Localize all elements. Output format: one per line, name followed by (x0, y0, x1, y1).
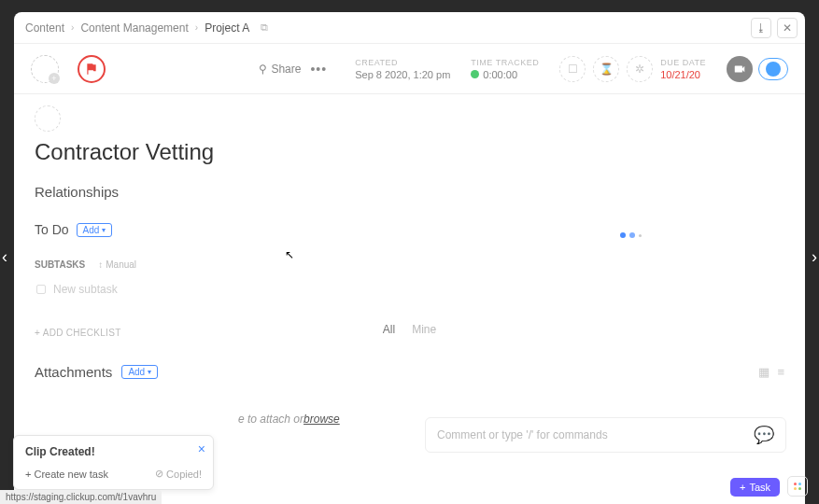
loading-indicator (620, 232, 642, 238)
share-icon: ⚲ (259, 63, 267, 76)
open-external-icon[interactable]: ⧉ (257, 21, 272, 35)
crumb-root[interactable]: Content (21, 20, 68, 36)
time-tracked-value: 0:00:00 (483, 69, 517, 80)
link-icon: ⊘ (155, 468, 163, 480)
new-subtask-placeholder: New subtask (53, 283, 118, 296)
toast-title: Clip Created! (25, 445, 202, 458)
list-view-icon[interactable]: ≡ (777, 365, 784, 379)
chevron-right-icon: › (68, 22, 77, 33)
cursor-icon: ↖ (285, 248, 294, 261)
new-task-label: Task (749, 482, 770, 493)
crumb-leaf[interactable]: Project A (201, 20, 253, 36)
time-tracked-label: TIME TRACKED (471, 58, 539, 67)
more-menu[interactable]: ••• (310, 62, 327, 77)
clip-toast: × Clip Created! + Create new task ⊘ Copi… (13, 435, 214, 490)
sort-icon: ↕ (98, 259, 103, 270)
add-status-button[interactable]: Add (77, 223, 113, 237)
play-icon[interactable] (471, 70, 479, 78)
created-label: CREATED (355, 58, 450, 67)
sort-label: Manual (106, 259, 136, 270)
new-task-button[interactable]: + Task (730, 478, 780, 497)
due-date-meta: DUE DATE 10/21/20 (660, 58, 706, 80)
copied-indicator: ⊘ Copied! (155, 468, 202, 480)
tab-all[interactable]: All (383, 323, 395, 336)
add-attachment-button[interactable]: Add (121, 365, 158, 379)
attachments-heading: Attachments (35, 364, 112, 380)
grid-view-icon[interactable]: ▦ (758, 365, 770, 379)
priority-flag[interactable] (78, 55, 106, 83)
status-label[interactable]: To Do (35, 222, 69, 237)
create-task-link[interactable]: + Create new task (25, 469, 108, 480)
create-task-label: Create new task (34, 469, 107, 480)
relationships-heading[interactable]: Relationships (35, 184, 784, 200)
drop-hint[interactable]: e to attach or browse (238, 402, 416, 436)
browse-link[interactable]: browse (304, 413, 340, 426)
drop-prefix: e to attach or (238, 413, 304, 426)
prev-arrow[interactable]: ‹ (2, 247, 7, 267)
share-label: Share (271, 63, 301, 76)
next-arrow[interactable]: › (812, 247, 817, 267)
task-header: ⚲ Share ••• CREATED Sep 8 2020, 1:20 pm … (14, 44, 805, 94)
assignee-add[interactable] (31, 55, 59, 83)
apps-button[interactable] (787, 476, 808, 497)
minimize-button[interactable]: ⭳ (751, 18, 771, 38)
checkbox-icon (36, 285, 46, 294)
copied-label: Copied! (166, 469, 202, 480)
time-tracked-meta: TIME TRACKED 0:00:00 (471, 58, 539, 80)
timer-icon[interactable]: ⌛ (593, 56, 619, 82)
sprint-icon[interactable]: ✲ (627, 56, 653, 82)
breadcrumb: Content › Content Management › Project A… (14, 12, 805, 44)
new-subtask-input[interactable]: New subtask (35, 279, 784, 300)
plus-icon: + (25, 469, 31, 480)
comment-bubble-icon: 💬 (754, 425, 774, 445)
chevron-right-icon: › (192, 22, 201, 33)
subtasks-heading: SUBTASKS (35, 259, 85, 270)
toast-close-button[interactable]: × (198, 441, 205, 456)
sort-manual[interactable]: ↕ Manual (98, 259, 136, 270)
share-button[interactable]: ⚲ Share (259, 63, 301, 76)
due-date-value[interactable]: 10/21/20 (660, 69, 706, 80)
created-value: Sep 8 2020, 1:20 pm (355, 69, 450, 80)
task-title[interactable]: Contractor Vetting (35, 139, 784, 165)
date-icon[interactable]: ☐ (559, 56, 586, 82)
plus-icon: + (740, 482, 745, 493)
close-button[interactable]: ✕ (777, 18, 798, 38)
comment-input[interactable]: Comment or type '/' for commands 💬 (425, 417, 786, 453)
status-circle-icon[interactable] (35, 105, 61, 132)
created-meta: CREATED Sep 8 2020, 1:20 pm (355, 58, 450, 80)
watchers-icon[interactable] (758, 58, 788, 80)
comment-placeholder: Comment or type '/' for commands (437, 428, 608, 441)
tab-mine[interactable]: Mine (412, 323, 436, 336)
crumb-mid[interactable]: Content Management (77, 20, 191, 36)
task-modal: Content › Content Management › Project A… (14, 12, 805, 504)
record-icon[interactable] (727, 56, 753, 82)
due-date-label: DUE DATE (660, 58, 706, 67)
subtask-tabs: All Mine (14, 323, 805, 336)
status-url: https://staging.clickup.com/t/1vavhru (0, 490, 162, 504)
